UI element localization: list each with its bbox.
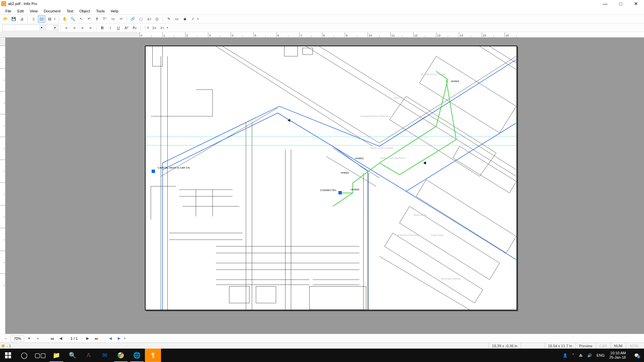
text-tool-icon[interactable]: T [93, 15, 101, 23]
image-tool-icon[interactable]: ▭ [109, 15, 117, 23]
signature-tool-icon[interactable]: Ω [153, 15, 161, 23]
close-button[interactable]: ✕ [631, 1, 641, 6]
cortana-icon[interactable]: ◯ [16, 349, 32, 362]
map-label-connectel: CONNECTEL [320, 189, 336, 192]
status-cap: CAP [596, 343, 610, 349]
search-icon[interactable]: 🔍 [64, 349, 80, 362]
map-label-hh003: HH003 [451, 80, 459, 83]
people-icon[interactable]: 👤 [563, 353, 568, 358]
spacing-dropdown-icon[interactable]: ▾ [167, 26, 169, 29]
select-tool-icon[interactable]: ↖ [77, 15, 85, 23]
menu-help[interactable]: Help [108, 8, 121, 14]
hand-tool-icon[interactable]: ✋ [61, 15, 68, 23]
fill-tool-icon[interactable]: ◆ [181, 15, 189, 23]
line-spacing-icon[interactable]: ≡↕ [159, 24, 166, 32]
menu-file[interactable]: File [3, 8, 14, 14]
undo-icon[interactable]: ↶ [85, 15, 93, 23]
poi-marker [338, 191, 342, 194]
single-page-icon[interactable]: ▯ [30, 15, 37, 23]
file-explorer-icon[interactable]: 📁 [48, 349, 64, 362]
text-plus-icon[interactable]: T⁺ [101, 15, 109, 23]
status-bar: ▦ - 1 16.39 x -0.36 in 16.54 x 11.7 in P… [0, 343, 644, 349]
last-page-icon[interactable]: ⏭ [93, 335, 100, 342]
title-bar: ab2.pdf - Infix Pro — □ ✕ [0, 0, 644, 7]
clock[interactable]: 10:10 AM 25-Jan-18 [609, 351, 626, 360]
document-page[interactable]: CAPITAL RENT A CAR CN CONNECTEL HH000 HH… [145, 46, 517, 310]
superscript-icon[interactable]: A² [123, 24, 130, 32]
map-label-hh002: HH002 [355, 157, 364, 160]
language-indicator[interactable]: ENG [597, 353, 605, 357]
align-right-icon[interactable]: ≡ [79, 24, 86, 32]
align-center-icon[interactable]: ≡ [71, 24, 78, 32]
zoom-in-icon[interactable]: + [34, 335, 42, 342]
volume-icon[interactable]: 🔊 [587, 353, 592, 358]
print-icon[interactable]: 🖨 [18, 15, 25, 23]
font-size-combo[interactable]: ▾ [46, 24, 58, 31]
continuous-icon[interactable]: ▤ [46, 15, 53, 23]
network-icon[interactable]: 🖧 [579, 353, 583, 357]
map-drawing [146, 46, 517, 310]
menu-text[interactable]: Text [64, 8, 76, 14]
window-title: ab2.pdf - Infix Pro [8, 2, 600, 6]
history-dropdown-icon[interactable]: ▾ [124, 337, 127, 340]
italic-icon[interactable]: I [107, 24, 114, 32]
menu-view[interactable]: View [27, 8, 41, 14]
layout-dropdown-icon[interactable]: ▾ [54, 17, 57, 20]
menu-edit[interactable]: Edit [15, 8, 26, 14]
align-justify-icon[interactable]: ≡ [87, 24, 94, 32]
status-scrl: SCRL [626, 343, 643, 349]
stamp-tool-icon[interactable]: ✓ [189, 15, 197, 23]
align-left-icon[interactable]: ≡ [63, 24, 70, 32]
status-coords: 16.39 x -0.36 in [488, 343, 521, 349]
prev-page-icon[interactable]: ◀ [57, 335, 64, 342]
canvas-area[interactable]: CAPITAL RENT A CAR CN CONNECTEL HH000 HH… [5, 38, 644, 334]
start-button[interactable] [0, 349, 16, 362]
list-bullet-icon[interactable]: ⋮≡ [143, 24, 150, 32]
zoom-tool-icon[interactable]: 🔍 [69, 15, 76, 23]
facing-pages-icon[interactable]: ▯▯ [38, 15, 45, 23]
zoom-out-icon[interactable]: − [2, 335, 9, 342]
marquee-tool-icon[interactable]: ▭ [173, 15, 180, 23]
google-earth-icon[interactable]: 🌐 [129, 349, 145, 362]
menu-document[interactable]: Document [41, 8, 63, 14]
note-tool-icon[interactable]: 🏷 [145, 15, 153, 23]
bold-icon[interactable]: B [99, 24, 106, 32]
ruler-vertical [0, 38, 5, 334]
outlook-icon[interactable]: ✉ [97, 349, 113, 362]
status-layers-icon[interactable]: ▦ [1, 344, 5, 348]
infix-taskbar-icon[interactable]: ¶ [145, 349, 161, 362]
underline-icon[interactable]: U [115, 24, 122, 32]
crop-tool-icon[interactable]: ✂ [117, 15, 125, 23]
minimize-button[interactable]: — [600, 1, 610, 6]
zoom-dropdown-icon[interactable]: ▾ [25, 335, 33, 342]
svg-rect-4 [256, 286, 276, 303]
history-forward-icon[interactable]: ▶ [115, 335, 123, 342]
open-icon[interactable]: 📂 [2, 15, 9, 23]
list-number-icon[interactable]: 1≡ [151, 24, 158, 32]
zoom-input[interactable] [11, 336, 24, 342]
history-back-icon[interactable]: ◀ [107, 335, 114, 342]
maximize-button[interactable]: □ [616, 1, 625, 6]
page-navbar: − ▾ + ⏮ ◀ 1 / 1 ▶ ⏭ ◀ ▶ ▾ [0, 334, 644, 343]
menu-tools[interactable]: Tools [93, 8, 107, 14]
menu-bar: File Edit View Document Text Object Tool… [0, 7, 644, 15]
map-faint-label: Burhan Lake Apartment [380, 157, 405, 159]
first-page-icon[interactable]: ⏮ [48, 335, 56, 342]
highlight-tool-icon[interactable]: ✎ [165, 15, 172, 23]
tray-expand-icon[interactable]: ˄ [572, 353, 574, 358]
font-family-combo[interactable]: ▾ [2, 24, 45, 31]
menu-object[interactable]: Object [77, 8, 93, 14]
map-faint-label: McDonald Gulberg [441, 278, 460, 280]
next-page-icon[interactable]: ▶ [84, 335, 91, 342]
form-tool-icon[interactable]: ▢ [137, 15, 145, 23]
subscript-icon[interactable]: A₂ [131, 24, 138, 32]
save-icon[interactable]: 💾 [10, 15, 17, 23]
action-center-icon[interactable]: 💬2 [631, 349, 643, 362]
svg-rect-3 [229, 286, 250, 303]
access-icon[interactable]: A [80, 349, 97, 362]
link-tool-icon[interactable]: 🔗 [129, 15, 137, 23]
chrome-icon[interactable] [113, 349, 129, 362]
status-left-text: - 1 [7, 344, 11, 348]
stamp-dropdown-icon[interactable]: ▾ [197, 17, 200, 20]
taskview-icon[interactable]: ▢▢ [32, 349, 48, 362]
